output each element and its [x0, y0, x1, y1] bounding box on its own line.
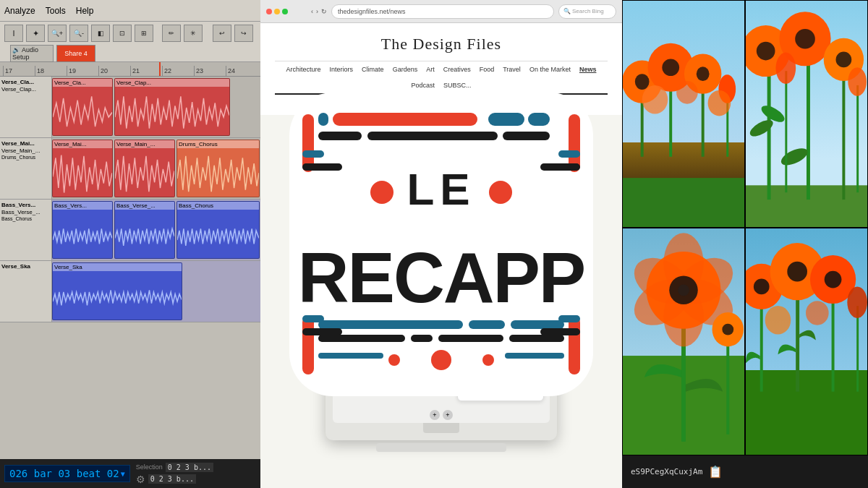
svg-point-66 — [836, 52, 852, 68]
browser-url-bar[interactable]: thedesignfiles.net/news — [331, 4, 554, 19]
clip-label: Bass_Chorus — [177, 202, 259, 210]
svg-rect-97 — [856, 306, 859, 392]
track-name2: Bass_Verse_... — [1, 209, 50, 215]
track-btn[interactable]: ⊞ — [135, 25, 153, 42]
svg-point-50 — [642, 85, 668, 114]
maximize-window-btn[interactable] — [282, 9, 288, 14]
audio-clip[interactable]: Verse_Mai... — [52, 140, 113, 197]
track-row: Verse_Mai... Verse_Main_... Drums_Chorus… — [0, 138, 260, 200]
redo-btn[interactable]: ↪ — [234, 25, 253, 42]
svg-point-51 — [676, 81, 698, 104]
svg-rect-67 — [785, 71, 787, 192]
track-content[interactable]: Verse_Mai... Verse_Main_... Drums_Chorus — [52, 138, 260, 199]
browser-forward-btn[interactable]: › — [316, 8, 318, 15]
svg-rect-11 — [302, 163, 342, 171]
track-name3: Bass_Chorus — [1, 216, 50, 221]
main-layout: Analyze Tools Help I ✦ 🔍+ 🔍- ◧ ⊡ ⊞ ✏ ✳ ↩… — [0, 0, 868, 488]
flower-grid — [622, 0, 868, 455]
close-window-btn[interactable] — [266, 9, 272, 14]
svg-rect-22 — [509, 335, 564, 342]
clipboard-text: eS9PCegXqCuxjAm — [631, 467, 702, 476]
star-btn[interactable]: ✳ — [184, 25, 203, 42]
browser-refresh-btn[interactable]: ↻ — [321, 8, 327, 15]
svg-text:RECAPP: RECAPP — [298, 238, 584, 317]
daw-statusbar: 026 bar 03 beat 02 ▼ Selection 0 2 3 b..… — [0, 459, 260, 488]
clipboard-icon[interactable]: 📋 — [708, 465, 723, 479]
audio-clip[interactable]: Bass_Verse_... — [114, 201, 175, 259]
logo-svg: LE RECAPP — [275, 78, 608, 411]
menu-help[interactable]: Help — [76, 6, 94, 16]
audio-clip[interactable]: Verse_Clap... — [114, 78, 230, 136]
nav-architecture[interactable]: Architecture — [286, 66, 321, 73]
selection-label: Selection — [136, 463, 163, 471]
fit2-btn[interactable]: ⊡ — [113, 25, 132, 42]
audio-clip[interactable]: Drums_Chorus — [176, 140, 260, 197]
url-text: thedesignfiles.net/news — [338, 8, 406, 15]
daw-menubar: Analyze Tools Help — [0, 0, 260, 22]
add-btn2[interactable]: + — [443, 410, 453, 420]
add-btn[interactable]: + — [430, 410, 440, 420]
time-arrow-icon: ▼ — [121, 470, 125, 478]
time-value: 026 bar 03 beat 02 — [9, 468, 119, 479]
nav-creatives[interactable]: Creatives — [443, 66, 471, 73]
nav-news[interactable]: News — [579, 66, 597, 73]
nav-on-the-market[interactable]: On the Market — [529, 66, 571, 73]
zoom-in-btn[interactable]: 🔍+ — [48, 25, 67, 42]
svg-rect-34 — [558, 150, 580, 158]
fit-btn[interactable]: ◧ — [91, 25, 110, 42]
svg-point-14 — [489, 181, 512, 204]
minimize-window-btn[interactable] — [274, 9, 280, 14]
track-content[interactable]: Verse_Ska — [52, 261, 260, 322]
multi-tool-btn[interactable]: ✦ — [26, 25, 45, 42]
nav-travel[interactable]: Travel — [503, 66, 521, 73]
right-bottom-bar: eS9PCegXqCuxjAm 📋 — [622, 455, 868, 488]
track-label: Verse_Cla... Verse_Clap... — [0, 77, 52, 137]
flower-illustration-1 — [623, 1, 744, 227]
menu-analyze[interactable]: Analyze — [4, 6, 35, 16]
svg-point-25 — [482, 354, 494, 366]
monitor-action-buttons: + + — [430, 410, 453, 420]
svg-rect-30 — [302, 315, 324, 322]
audio-clip[interactable]: Verse_Ska — [52, 262, 182, 320]
svg-rect-38 — [623, 178, 744, 227]
browser-back-btn[interactable]: ‹ — [311, 8, 313, 15]
track-content[interactable]: Verse_Cla... Verse_Clap... — [52, 77, 260, 137]
track-content[interactable]: Bass_Vers... Bass_Verse_... Bass_Chorus — [52, 200, 260, 260]
pencil-btn[interactable]: ✏ — [162, 25, 181, 42]
flower-cell-1 — [622, 0, 745, 228]
window-controls — [266, 9, 288, 14]
flower-illustration-3 — [623, 228, 744, 455]
audio-clip[interactable]: Verse_Main_... — [114, 140, 175, 197]
clip-label: Verse_Clap... — [115, 79, 229, 87]
menu-tools[interactable]: Tools — [46, 6, 66, 16]
nav-gardens[interactable]: Gardens — [393, 66, 418, 73]
track-name2: Verse_Main_... — [1, 147, 50, 154]
audio-clip[interactable]: Bass_Vers... — [52, 201, 113, 259]
svg-point-24 — [388, 354, 400, 366]
undo-btn[interactable]: ↩ — [213, 25, 231, 42]
daw-track-area: Verse_Cla... Verse_Clap... Verse_Cla... … — [0, 77, 260, 459]
audio-clip[interactable]: Bass_Chorus — [176, 201, 260, 259]
nav-food[interactable]: Food — [480, 66, 495, 73]
audio-setup-btn[interactable]: 🔊 Audio Setup — [10, 45, 54, 62]
svg-point-70 — [848, 67, 867, 96]
svg-rect-20 — [411, 335, 433, 342]
svg-point-63 — [795, 29, 815, 49]
svg-rect-21 — [438, 335, 503, 342]
svg-rect-10 — [302, 150, 324, 158]
svg-point-68 — [776, 53, 796, 84]
gear-icon[interactable]: ⚙ — [136, 474, 145, 485]
zoom-out-btn[interactable]: 🔍- — [69, 25, 88, 42]
share-btn[interactable]: Share 4 — [56, 45, 95, 62]
svg-rect-28 — [302, 317, 314, 374]
browser-search-bar[interactable]: 🔍 Search Bing — [558, 4, 616, 19]
svg-rect-33 — [540, 328, 580, 335]
nav-art[interactable]: Art — [426, 66, 435, 73]
svg-rect-83 — [726, 335, 729, 435]
audio-clip[interactable]: Verse_Cla... — [52, 78, 113, 136]
selection-val1: 0 2 3 b... — [166, 463, 213, 472]
clip-label: Verse_Main_... — [115, 140, 174, 148]
nav-interiors[interactable]: Interiors — [330, 66, 354, 73]
cursor-tool-btn[interactable]: I — [4, 25, 23, 42]
nav-climate[interactable]: Climate — [362, 66, 384, 73]
